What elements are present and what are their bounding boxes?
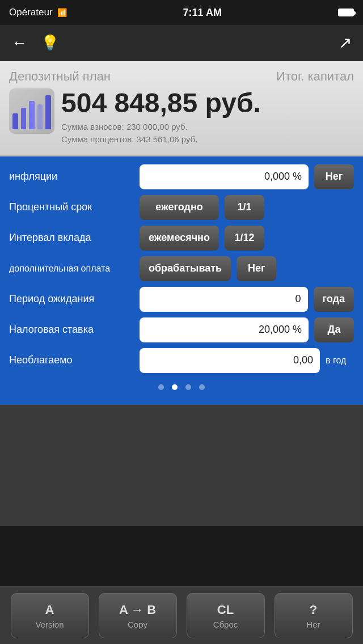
- extra-payment-btn1[interactable]: обрабатывать: [140, 256, 231, 281]
- waiting-period-row: Период ожидания года: [9, 287, 354, 312]
- bulb-icon: 💡: [41, 34, 59, 52]
- hint-button[interactable]: 💡: [41, 34, 59, 52]
- copy-button[interactable]: A → B Copy: [99, 593, 177, 638]
- tax-free-label: Необлагаемо: [9, 354, 134, 366]
- inflation-neg-button[interactable]: Нег: [314, 164, 354, 189]
- tax-rate-row: Налоговая ставка Да: [9, 317, 354, 342]
- status-bar: Opérateur 📶 7:11 AM: [0, 0, 363, 25]
- reset-button-top: CL: [217, 603, 234, 617]
- tax-rate-btn[interactable]: Да: [314, 317, 354, 342]
- blue-panel: инфляции Нег Процентный срок ежегодно 1/…: [0, 156, 363, 405]
- copy-button-top: A → B: [119, 603, 156, 617]
- dot-1: [158, 384, 164, 390]
- version-button-top: A: [45, 603, 54, 617]
- interest-period-label: Процентный срок: [9, 201, 134, 213]
- page-dots: [9, 384, 354, 390]
- copy-button-bottom: Copy: [128, 620, 147, 629]
- summary-amount: 504 848,85 руб.: [61, 88, 354, 118]
- help-button-bottom: Нег: [306, 620, 320, 629]
- interval-label: Интервал вклада: [9, 232, 134, 244]
- tax-rate-label: Налоговая ставка: [9, 324, 134, 336]
- extra-payment-label: дополнительная оплата: [9, 264, 134, 274]
- help-button[interactable]: ? Нег: [275, 593, 353, 638]
- bottom-toolbar: A Version A → B Copy CL Сброс ? Нег: [0, 586, 363, 644]
- tax-free-input[interactable]: [140, 348, 320, 373]
- dot-3: [185, 384, 191, 390]
- tax-rate-input[interactable]: [140, 317, 309, 342]
- summary-details: Сумма взносов: 230 000,00 руб. Сумма про…: [61, 121, 354, 146]
- summary-title: Депозитный план: [9, 69, 111, 84]
- inflation-input[interactable]: [140, 164, 309, 189]
- nav-left: ← 💡: [11, 34, 59, 52]
- summary-card: Депозитный план Итог. капитал 504 848,85…: [0, 61, 363, 156]
- interval-btn1[interactable]: ежемесячно: [140, 226, 219, 251]
- chart-icon: [9, 88, 54, 134]
- tax-free-unit: в год: [326, 355, 354, 366]
- nav-bar: ← 💡 ↗: [0, 25, 363, 61]
- help-button-top: ?: [310, 603, 317, 617]
- time-label: 7:11 AM: [183, 7, 222, 19]
- summary-subtitle: Итог. капитал: [276, 69, 354, 84]
- waiting-period-label: Период ожидания: [9, 293, 134, 305]
- dot-4: [199, 384, 205, 390]
- waiting-period-input[interactable]: [140, 287, 308, 312]
- share-icon: ↗: [339, 34, 352, 52]
- interval-btn2[interactable]: 1/12: [225, 226, 264, 251]
- interest-period-row: Процентный срок ежегодно 1/1: [9, 195, 354, 220]
- status-right: [338, 9, 354, 16]
- version-button[interactable]: A Version: [11, 593, 89, 638]
- dot-2: [172, 384, 178, 390]
- interest-period-btn2[interactable]: 1/1: [225, 195, 264, 220]
- wifi-icon: 📶: [57, 8, 67, 17]
- waiting-period-btn[interactable]: года: [314, 287, 354, 312]
- inflation-label: инфляции: [9, 171, 134, 183]
- tax-free-row: Необлагаемо в год: [9, 348, 354, 373]
- reset-button-bottom: Сброс: [213, 620, 238, 629]
- interval-row: Интервал вклада ежемесячно 1/12: [9, 226, 354, 251]
- version-button-bottom: Version: [35, 620, 64, 629]
- status-left: Opérateur 📶: [9, 7, 67, 18]
- inflation-row: инфляции Нег: [9, 164, 354, 189]
- summary-header: Депозитный план Итог. капитал: [9, 69, 354, 84]
- detail2: Сумма процентов: 343 561,06 руб.: [61, 133, 354, 146]
- reset-button[interactable]: CL Сброс: [187, 593, 265, 638]
- spacer: [0, 405, 363, 526]
- carrier-label: Opérateur: [9, 7, 53, 18]
- extra-payment-row: дополнительная оплата обрабатывать Нег: [9, 256, 354, 281]
- extra-payment-btn2[interactable]: Нег: [237, 256, 276, 281]
- summary-body: 504 848,85 руб. Сумма взносов: 230 000,0…: [9, 88, 354, 146]
- summary-text-area: 504 848,85 руб. Сумма взносов: 230 000,0…: [61, 88, 354, 146]
- interest-period-btn1[interactable]: ежегодно: [140, 195, 219, 220]
- back-button[interactable]: ←: [11, 34, 27, 52]
- battery-icon: [338, 9, 354, 16]
- detail1: Сумма взносов: 230 000,00 руб.: [61, 121, 354, 134]
- share-button[interactable]: ↗: [339, 33, 352, 52]
